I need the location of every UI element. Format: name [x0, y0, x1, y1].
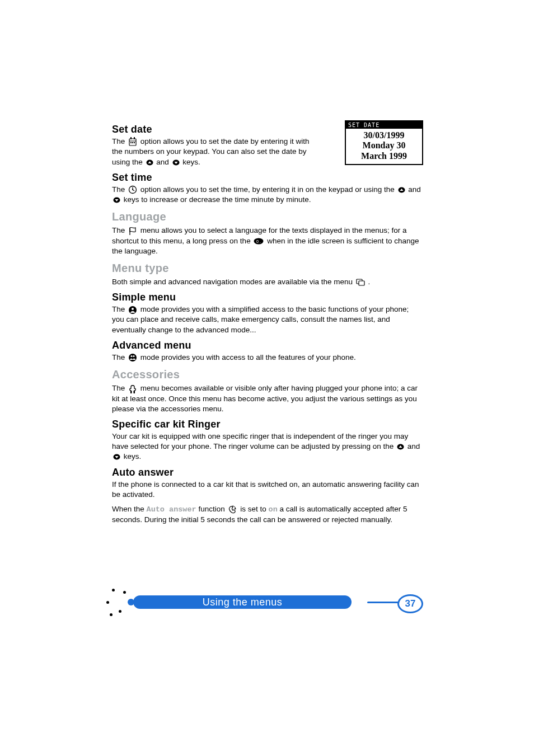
lcd-line-1: 30/03/1999 [347, 130, 421, 140]
para-advanced-menu: The mode provides you with access to all… [112, 353, 422, 363]
para-car-kit-ringer: Your car kit is equipped with one specif… [112, 431, 422, 462]
zero-key-icon: 0 . [254, 238, 264, 245]
svg-rect-23 [134, 391, 135, 393]
auto-answer-icon [228, 505, 237, 514]
up-key-icon [398, 186, 405, 194]
lcd-preview: SET DATE 30/03/1999 Monday 30 March 1999 [345, 120, 423, 165]
heading-car-kit-ringer: Specific car kit Ringer [112, 419, 422, 430]
simple-mode-icon [128, 306, 137, 314]
svg-point-18 [132, 308, 134, 310]
footer-title: Using the menus [133, 595, 352, 609]
heading-accessories: Accessories [112, 368, 422, 381]
para-language: The menu allows you to select a language… [112, 226, 422, 256]
lcd-body: 30/03/1999 Monday 30 March 1999 [346, 129, 422, 164]
svg-text:0 .: 0 . [257, 239, 261, 243]
mono-auto-answer: Auto answer [147, 505, 196, 514]
svg-rect-2 [134, 137, 135, 139]
down-key-icon [113, 196, 120, 204]
down-key-icon [172, 159, 180, 166]
flag-icon [128, 227, 137, 236]
page-footer: Using the menus 37 [0, 584, 534, 618]
svg-rect-22 [130, 391, 132, 393]
footer-line [367, 602, 401, 603]
mono-on: on [269, 505, 278, 514]
advanced-mode-icon [128, 353, 137, 362]
clock-icon [128, 185, 137, 194]
page-number: 37 [397, 594, 423, 613]
heading-auto-answer: Auto answer [112, 467, 422, 478]
down-key-icon [113, 453, 120, 461]
accessories-icon [128, 384, 137, 394]
page-content: Set date The option allows you to set th… [0, 0, 534, 525]
para-accessories: The menu becomes available or visible on… [112, 383, 422, 414]
menu-type-icon [356, 278, 365, 286]
up-key-icon [397, 443, 404, 450]
para-set-date: The option allows you to set the date by… [112, 137, 311, 167]
svg-rect-4 [130, 142, 132, 143]
svg-rect-16 [359, 281, 364, 285]
lcd-line-3: March 1999 [347, 151, 421, 161]
para-auto-answer-1: If the phone is connected to a car kit t… [112, 480, 422, 500]
svg-rect-6 [134, 142, 135, 143]
svg-point-10 [132, 189, 133, 190]
para-auto-answer-2: When the Auto answer function is set to … [112, 504, 422, 525]
para-simple-menu: The mode provides you with a simplified … [112, 304, 422, 335]
calendar-icon [128, 137, 137, 147]
svg-rect-5 [132, 142, 133, 143]
heading-advanced-menu: Advanced menu [112, 340, 422, 351]
para-menu-type: Both simple and advanced navigation mode… [112, 277, 422, 287]
lcd-header: SET DATE [346, 121, 422, 129]
lcd-line-2: Monday 30 [347, 140, 421, 151]
svg-point-19 [129, 354, 137, 361]
heading-language: Language [112, 210, 422, 223]
svg-point-20 [130, 355, 132, 357]
para-set-time: The option allows you to set the time, b… [112, 185, 422, 205]
up-key-icon [146, 159, 153, 166]
heading-simple-menu: Simple menu [112, 292, 422, 303]
svg-point-21 [133, 355, 134, 357]
heading-set-time: Set time [112, 172, 422, 184]
heading-menu-type: Menu type [112, 262, 422, 275]
svg-rect-1 [130, 137, 132, 139]
